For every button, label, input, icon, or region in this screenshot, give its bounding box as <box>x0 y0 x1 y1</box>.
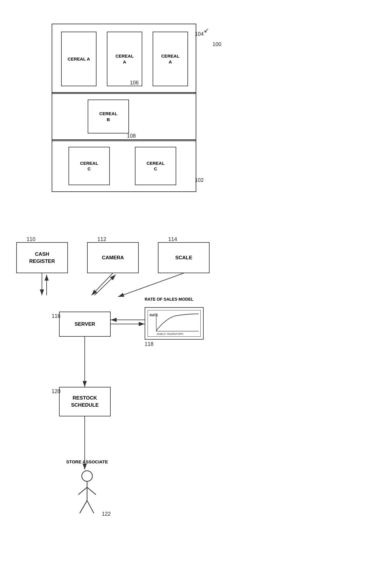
rate-model-box: RATE SHELF INVENTORY <box>145 307 204 340</box>
restock-box: RESTOCKSCHEDULE <box>59 387 111 416</box>
restock-label: RESTOCKSCHEDULE <box>71 395 99 409</box>
ref-104: 104 <box>195 31 204 37</box>
product-box-c2: CEREALC <box>135 147 176 185</box>
cereal-a2-label: CEREALA <box>115 53 134 65</box>
scale-label: SCALE <box>175 254 192 261</box>
shelf-line-2 <box>52 139 196 141</box>
cereal-a3-label: CEREALA <box>161 53 179 65</box>
svg-line-9 <box>87 501 94 513</box>
product-box-b1: CEREALB <box>88 100 129 133</box>
svg-text:RATE: RATE <box>150 313 158 317</box>
svg-line-6 <box>78 487 87 495</box>
shelf-line-1 <box>52 92 196 94</box>
svg-line-7 <box>87 487 96 495</box>
ref-122: 122 <box>102 511 111 517</box>
ref-106: 106 <box>130 80 139 86</box>
svg-point-4 <box>82 471 92 481</box>
camera-label: CAMERA <box>102 254 124 261</box>
ref-118: 118 <box>145 341 153 347</box>
cereal-b1-label: CEREALB <box>99 111 117 122</box>
stick-figure-svg <box>74 470 100 517</box>
ref-112: 112 <box>97 236 106 242</box>
rate-chart: RATE SHELF INVENTORY <box>148 310 200 336</box>
svg-text:SHELF INVENTORY: SHELF INVENTORY <box>157 332 184 335</box>
product-box-c1: CEREALC <box>68 147 110 185</box>
store-associate-label: STORE ASSOCIATE <box>50 459 124 464</box>
product-box-a3: CEREALA <box>153 32 188 86</box>
svg-line-14 <box>92 273 113 295</box>
cash-register-box: CASHREGISTER <box>16 242 68 273</box>
ref-110: 110 <box>27 236 35 242</box>
ref-114: 114 <box>168 236 177 242</box>
svg-line-15 <box>94 275 116 295</box>
ref-100: 100 <box>213 41 221 48</box>
product-box-a1: CEREAL A <box>61 32 97 86</box>
server-box: SERVER <box>59 312 111 337</box>
diagram-container: CEREAL A CEREALA CEREALA CEREALB CEREALC… <box>0 0 366 588</box>
camera-box: CAMERA <box>87 242 139 273</box>
ref-120: 120 <box>52 388 61 395</box>
shelf-unit: CEREAL A CEREALA CEREALA CEREALB CEREALC… <box>52 24 196 192</box>
svg-line-8 <box>80 501 87 513</box>
cereal-a1-label: CEREAL A <box>68 56 90 62</box>
product-box-a2: CEREALA <box>107 32 142 86</box>
server-label: SERVER <box>75 321 95 328</box>
cereal-c1-label: CEREALC <box>80 160 98 172</box>
svg-line-16 <box>118 273 184 297</box>
cereal-c2-label: CEREALC <box>146 160 165 172</box>
ref-108: 108 <box>127 133 136 139</box>
ref-116: 116 <box>52 313 61 319</box>
rate-model-inner: RATE SHELF INVENTORY <box>148 310 201 337</box>
ref-102: 102 <box>195 177 204 183</box>
store-associate-figure <box>74 470 100 517</box>
arrow-100: ↙ <box>204 27 209 34</box>
cash-register-label: CASHREGISTER <box>29 251 55 265</box>
scale-box: SCALE <box>158 242 210 273</box>
rate-model-heading: RATE OF SALES MODEL <box>145 297 193 302</box>
